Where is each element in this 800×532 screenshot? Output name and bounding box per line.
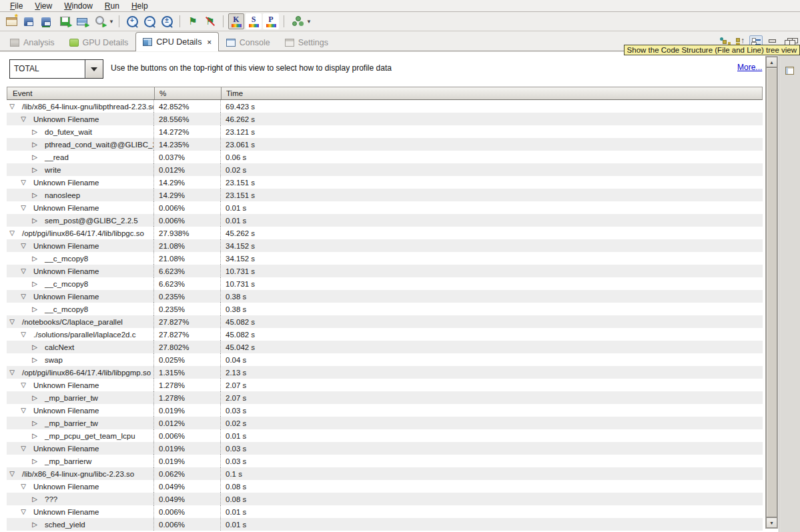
expand-twisty-icon[interactable]: ▷ xyxy=(31,217,39,224)
column-header-pct[interactable]: % xyxy=(154,87,221,99)
expand-twisty-icon[interactable]: ▷ xyxy=(31,432,39,439)
new-window-icon[interactable] xyxy=(3,13,19,29)
zoom-out-icon[interactable] xyxy=(141,13,157,29)
collapse-twisty-icon[interactable]: ▽ xyxy=(19,267,27,275)
table-row[interactable]: ▷__read0.037%0.06 s xyxy=(7,151,763,163)
menu-run[interactable]: Run xyxy=(99,1,125,11)
collapse-twisty-icon[interactable]: ▽ xyxy=(19,407,27,414)
table-row[interactable]: ▷write0.012%0.02 s xyxy=(7,163,763,176)
expand-twisty-icon[interactable]: ▷ xyxy=(31,495,39,503)
table-row[interactable]: ▷__c_mcopy86.623%10.731 s xyxy=(7,277,763,290)
stream-view-icon[interactable] xyxy=(246,13,262,29)
table-row[interactable]: ▷pthread_cond_wait@@GLIBC_2.314.235%23.0… xyxy=(7,138,763,151)
collapse-twisty-icon[interactable]: ▽ xyxy=(8,103,16,110)
save-as-icon[interactable] xyxy=(38,13,54,29)
table-row[interactable]: ▽/lib/x86_64-linux-gnu/libpthread-2.23.s… xyxy=(7,100,763,113)
call-tree-icon[interactable] xyxy=(289,13,305,29)
expand-twisty-icon[interactable]: ▷ xyxy=(31,356,39,363)
collapse-twisty-icon[interactable]: ▽ xyxy=(8,369,16,376)
column-header-event[interactable]: Event xyxy=(7,87,154,99)
import-profile-icon[interactable] xyxy=(74,13,90,29)
zoom-fit-icon[interactable] xyxy=(159,13,175,29)
collapse-twisty-icon[interactable]: ▽ xyxy=(19,483,27,490)
tab-settings[interactable]: Settings xyxy=(278,33,336,51)
table-row[interactable]: ▷do_futex_wait14.272%23.121 s xyxy=(7,125,763,138)
menu-view[interactable]: View xyxy=(29,1,58,11)
expand-twisty-icon[interactable]: ▷ xyxy=(31,419,39,427)
table-row[interactable]: ▽/opt/pgi/linux86-64/17.4/lib/libpgmp.so… xyxy=(7,366,763,379)
table-row[interactable]: ▷swap0.025%0.04 s xyxy=(7,353,763,366)
table-row[interactable]: ▷calcNext27.802%45.042 s xyxy=(7,341,763,353)
table-row[interactable]: ▽./solutions/parallel/laplace2d.c27.827%… xyxy=(7,328,763,341)
scroll-down-button[interactable]: ▼ xyxy=(766,517,777,528)
table-row[interactable]: ▽Unknown Filename1.278%2.07 s xyxy=(7,379,763,391)
collapse-twisty-icon[interactable]: ▽ xyxy=(19,115,27,123)
collapse-twisty-icon[interactable]: ▽ xyxy=(19,293,27,300)
save-icon[interactable] xyxy=(21,13,37,29)
profile-display-combo[interactable]: TOTAL xyxy=(9,59,103,79)
table-row[interactable]: ▽Unknown Filename0.049%0.08 s xyxy=(7,480,763,493)
minimized-view-icon[interactable] xyxy=(785,67,794,75)
combo-value[interactable]: TOTAL xyxy=(9,59,85,79)
table-row[interactable]: ▽Unknown Filename14.29%23.151 s xyxy=(7,176,763,189)
expand-twisty-icon[interactable]: ▷ xyxy=(31,191,39,199)
zoom-in-icon[interactable] xyxy=(124,13,140,29)
tab-gpu-details[interactable]: GPU Details xyxy=(62,33,136,51)
table-row[interactable]: ▽/lib/x86_64-linux-gnu/libc-2.23.so0.062… xyxy=(7,467,763,480)
table-row[interactable]: ▽Unknown Filename0.006%0.01 s xyxy=(7,505,763,518)
more-link[interactable]: More... xyxy=(737,63,762,72)
table-row[interactable]: ▷_mp_pcpu_get_team_lcpu0.006%0.01 s xyxy=(7,429,763,442)
table-row[interactable]: ▽Unknown Filename6.623%10.731 s xyxy=(7,265,763,277)
scrollbar-thumb[interactable] xyxy=(766,67,777,517)
expand-twisty-icon[interactable]: ▷ xyxy=(31,280,39,287)
expand-twisty-icon[interactable]: ▷ xyxy=(31,394,39,401)
table-row[interactable]: ▷???0.049%0.08 s xyxy=(7,493,763,505)
table-row[interactable]: ▽Unknown Filename21.08%34.152 s xyxy=(7,239,763,252)
table-row[interactable]: ▷__c_mcopy80.235%0.38 s xyxy=(7,303,763,315)
collapse-twisty-icon[interactable]: ▽ xyxy=(8,318,16,325)
collapse-twisty-icon[interactable]: ▽ xyxy=(19,331,27,338)
table-row[interactable]: ▷nanosleep14.29%23.151 s xyxy=(7,189,763,201)
tab-analysis[interactable]: Analysis xyxy=(3,33,62,51)
tab-cpu-details[interactable]: CPU Details× xyxy=(135,32,219,51)
process-view-icon[interactable] xyxy=(263,13,279,29)
menu-file[interactable]: File xyxy=(4,1,29,11)
scroll-up-button[interactable]: ▲ xyxy=(766,57,777,67)
collapse-twisty-icon[interactable]: ▽ xyxy=(8,229,16,237)
combo-dropdown-button[interactable] xyxy=(85,59,103,79)
expand-twisty-icon[interactable]: ▷ xyxy=(31,255,39,262)
collapse-twisty-icon[interactable]: ▽ xyxy=(19,242,27,249)
table-row[interactable]: ▷sem_post@@GLIBC_2.2.50.006%0.01 s xyxy=(7,214,763,227)
collapse-twisty-icon[interactable]: ▽ xyxy=(19,204,27,211)
expand-twisty-icon[interactable]: ▷ xyxy=(31,343,39,351)
collapse-twisty-icon[interactable]: ▽ xyxy=(19,179,27,186)
expand-twisty-icon[interactable]: ▷ xyxy=(31,166,39,173)
collapse-twisty-icon[interactable]: ▽ xyxy=(19,381,27,389)
vertical-scrollbar[interactable]: ▲ ▼ xyxy=(765,56,778,529)
table-row[interactable]: ▽Unknown Filename0.019%0.03 s xyxy=(7,404,763,417)
profile-chart-icon[interactable] xyxy=(57,13,73,29)
expand-twisty-icon[interactable]: ▷ xyxy=(31,128,39,135)
table-row[interactable]: ▽/opt/pgi/linux86-64/17.4/lib/libpgc.so2… xyxy=(7,227,763,239)
search-run-icon[interactable] xyxy=(91,13,107,29)
menu-window[interactable]: Window xyxy=(58,1,99,11)
menu-help[interactable]: Help xyxy=(125,1,154,11)
table-row[interactable]: ▷_mp_barrier_tw0.012%0.02 s xyxy=(7,417,763,429)
collapse-twisty-icon[interactable]: ▽ xyxy=(19,508,27,515)
tab-console[interactable]: Console xyxy=(219,33,278,51)
table-row[interactable]: ▷_mp_barrier_tw1.278%2.07 s xyxy=(7,391,763,404)
dropdown-arrow-icon[interactable]: ▼ xyxy=(306,19,312,25)
flag-clear-icon[interactable] xyxy=(202,13,218,29)
tab-close-icon[interactable]: × xyxy=(207,38,211,46)
table-row[interactable]: ▽Unknown Filename0.019%0.03 s xyxy=(7,442,763,455)
table-row[interactable]: ▽Unknown Filename0.006%0.01 s xyxy=(7,201,763,214)
collapse-twisty-icon[interactable]: ▽ xyxy=(19,445,27,452)
table-row[interactable]: ▽Unknown Filename28.556%46.262 s xyxy=(7,113,763,125)
column-header-time[interactable]: Time xyxy=(221,87,762,99)
table-row[interactable]: ▷__c_mcopy821.08%34.152 s xyxy=(7,252,763,265)
expand-twisty-icon[interactable]: ▷ xyxy=(31,521,39,528)
table-row[interactable]: ▷sched_yield0.006%0.01 s xyxy=(7,518,763,531)
expand-twisty-icon[interactable]: ▷ xyxy=(31,153,39,161)
table-row[interactable]: ▽Unknown Filename0.235%0.38 s xyxy=(7,290,763,303)
expand-twisty-icon[interactable]: ▷ xyxy=(31,141,39,148)
